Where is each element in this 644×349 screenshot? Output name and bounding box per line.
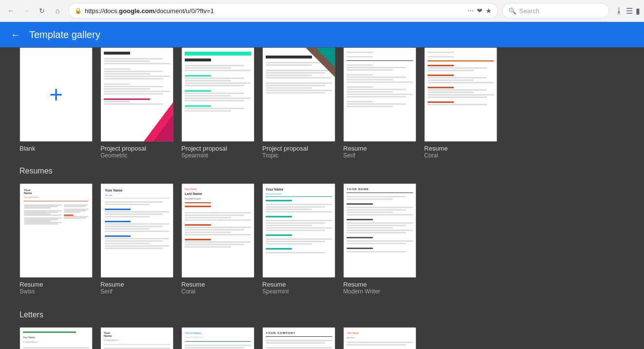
browser-right-icons: ⭳ ☰ ▮	[615, 6, 640, 16]
template-name-resume-coral: Resume	[181, 281, 254, 288]
forward-button[interactable]: →	[20, 4, 33, 18]
template-label-resume-serif: Resume Serif	[100, 281, 174, 295]
url-path: /document/u/0/?ftv=1	[155, 7, 214, 15]
template-thumb-letter-2: YourName Creative Director	[100, 327, 174, 349]
template-card-letter-4[interactable]: YOUR COMPANY	[262, 327, 335, 349]
template-subtitle-resume-spearmint: Spearmint	[262, 288, 335, 295]
download-icon[interactable]: ⭳	[615, 6, 623, 15]
template-label-resume-spearmint: Resume Spearmint	[262, 281, 335, 295]
template-label-resume-serif-top: Resume Serif	[343, 145, 416, 159]
main-content: + Blank	[0, 47, 644, 349]
top-template-grid: + Blank	[20, 47, 624, 159]
template-name-proj-tropic: Project proposal	[262, 145, 335, 152]
template-thumb-blank: +	[20, 47, 93, 142]
template-card-resume-coral[interactable]: First Name Last Name Industrial Designer	[181, 183, 254, 295]
template-subtitle-resume-serif-top: Serif	[343, 152, 416, 159]
template-thumb-letter-5: Your Name date here Hello fan,	[343, 327, 416, 349]
template-label-resume-coral: Resume Coral	[181, 281, 254, 295]
sidebar-icon[interactable]: ▮	[636, 6, 640, 16]
search-box[interactable]: 🔍 Search	[502, 3, 609, 19]
template-subtitle-resume-serif: Serif	[100, 288, 174, 295]
top-row-section: + Blank	[0, 47, 644, 159]
more-icon[interactable]: ⋯	[467, 7, 474, 15]
template-card-resume-coral-top[interactable]: Resume Coral	[424, 47, 497, 159]
browser-toolbar: ← → ↻ ⌂ 🔒 https://docs.google.com/docume…	[0, 0, 644, 21]
template-card-resume-swiss[interactable]: YourName Creative Director	[20, 183, 93, 295]
address-text: https://docs.google.com/document/u/0/?ft…	[85, 7, 464, 15]
browser-chrome: ← → ↻ ⌂ 🔒 https://docs.google.com/docume…	[0, 0, 644, 22]
search-placeholder: Search	[519, 7, 539, 15]
app-header: ← Template gallery	[0, 22, 644, 47]
template-label-blank: Blank	[20, 145, 93, 152]
template-thumb-resume-swiss: YourName Creative Director	[20, 183, 93, 278]
back-button[interactable]: ←	[4, 4, 18, 18]
template-thumb-proj-geometric	[100, 47, 174, 142]
bookmark-icon[interactable]: ★	[486, 7, 492, 15]
template-label-proj-tropic: Project proposal Tropic	[262, 145, 335, 159]
template-thumb-proj-tropic	[262, 47, 335, 142]
template-thumb-proj-spearmint	[181, 47, 254, 142]
template-thumb-resume-serif-top	[343, 47, 416, 142]
template-thumb-resume-modern: YOUR NAME	[343, 183, 416, 278]
template-thumb-resume-spearmint: Your Name Industrial Designer	[262, 183, 335, 278]
template-name-blank: Blank	[20, 145, 93, 152]
template-label-proj-spearmint: Project proposal Spearmint	[181, 145, 254, 159]
template-label-resume-swiss: Resume Swiss	[20, 281, 93, 295]
template-subtitle-proj-spearmint: Spearmint	[181, 152, 254, 159]
resumes-section-title: Resumes	[20, 167, 624, 175]
template-subtitle-resume-coral-top: Coral	[424, 152, 497, 159]
template-card-proj-geometric[interactable]: Project proposal Geometric	[100, 47, 174, 159]
template-thumb-letter-4: YOUR COMPANY	[262, 327, 335, 349]
template-card-resume-serif[interactable]: Your Name Job Title	[100, 183, 174, 295]
library-icon[interactable]: ☰	[626, 6, 633, 16]
template-card-resume-serif-top[interactable]: Resume Serif	[343, 47, 416, 159]
template-card-letter-3[interactable]: Your Company Company slogan here	[181, 327, 254, 349]
template-name-resume-swiss: Resume	[20, 281, 93, 288]
template-label-proj-geometric: Project proposal Geometric	[100, 145, 174, 159]
template-name-resume-serif: Resume	[100, 281, 174, 288]
home-button[interactable]: ⌂	[51, 4, 64, 18]
template-card-blank[interactable]: + Blank	[20, 47, 93, 159]
template-name-resume-spearmint: Resume	[262, 281, 335, 288]
resumes-section: Resumes YourName Creative Director	[0, 159, 644, 303]
template-subtitle-resume-modern: Modern Writer	[343, 288, 416, 295]
template-card-letter-5[interactable]: Your Name date here Hello fan,	[343, 327, 416, 349]
template-name-proj-geometric: Project proposal	[100, 145, 174, 152]
resumes-template-grid: YourName Creative Director	[20, 183, 624, 295]
reload-button[interactable]: ↻	[35, 4, 49, 18]
pocket-icon[interactable]: ❤	[477, 7, 483, 15]
address-bar-actions: ⋯ ❤ ★	[467, 7, 492, 15]
letters-section-title: Letters	[20, 310, 624, 319]
template-card-letter-2[interactable]: YourName Creative Director	[100, 327, 174, 349]
template-name-proj-spearmint: Project proposal	[181, 145, 254, 152]
url-domain: google.com	[119, 7, 155, 15]
template-name-resume-coral-top: Resume	[424, 145, 497, 152]
template-thumb-resume-coral-top	[424, 47, 497, 142]
template-thumb-resume-coral: First Name Last Name Industrial Designer	[181, 183, 254, 278]
template-card-proj-spearmint[interactable]: Project proposal Spearmint	[181, 47, 254, 159]
lock-icon: 🔒	[75, 7, 82, 14]
template-card-resume-modern[interactable]: YOUR NAME	[343, 183, 416, 295]
url-prefix: https://docs.	[85, 7, 119, 15]
template-name-resume-serif-top: Resume	[343, 145, 416, 152]
template-label-resume-modern: Resume Modern Writer	[343, 281, 416, 295]
template-name-resume-modern: Resume	[343, 281, 416, 288]
plus-icon: +	[49, 83, 63, 106]
template-card-letter-1[interactable]: Your Name Creative Director	[20, 327, 93, 349]
letters-template-grid: Your Name Creative Director	[20, 327, 624, 349]
template-label-resume-coral-top: Resume Coral	[424, 145, 497, 159]
address-bar[interactable]: 🔒 https://docs.google.com/document/u/0/?…	[68, 3, 498, 19]
letters-section: Letters Your Name Creative Director	[0, 303, 644, 349]
template-subtitle-resume-coral: Coral	[181, 288, 254, 295]
app-back-button[interactable]: ←	[8, 27, 23, 42]
template-subtitle-proj-tropic: Tropic	[262, 152, 335, 159]
template-thumb-letter-3: Your Company Company slogan here	[181, 327, 254, 349]
template-subtitle-proj-geometric: Geometric	[100, 152, 174, 159]
page-title: Template gallery	[29, 29, 100, 40]
template-thumb-resume-serif: Your Name Job Title	[100, 183, 174, 278]
template-thumb-letter-1: Your Name Creative Director	[20, 327, 93, 349]
template-card-proj-tropic[interactable]: Project proposal Tropic	[262, 47, 335, 159]
search-icon: 🔍	[508, 7, 516, 15]
template-subtitle-resume-swiss: Swiss	[20, 288, 93, 295]
template-card-resume-spearmint[interactable]: Your Name Industrial Designer	[262, 183, 335, 295]
